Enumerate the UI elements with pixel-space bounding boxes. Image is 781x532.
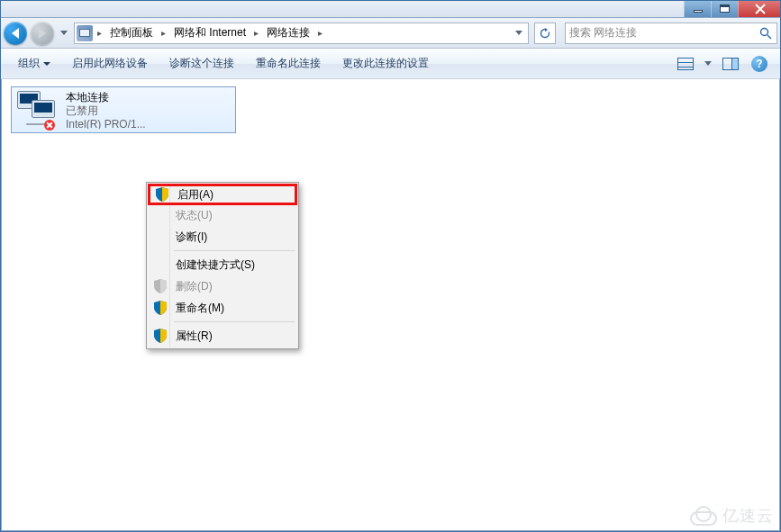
watermark: 亿速云: [686, 505, 774, 527]
breadcrumb-network-internet[interactable]: 网络和 Internet: [170, 25, 250, 41]
svg-line-1: [767, 35, 771, 39]
breadcrumb-network-connections[interactable]: 网络连接: [263, 25, 313, 41]
svg-point-0: [761, 28, 768, 35]
connection-device: Intel(R) PRO/1...: [66, 118, 146, 129]
arrow-left-icon: [12, 28, 19, 39]
context-menu: 启用(A) 状态(U) 诊断(I) 创建快捷方式(S) 删除(D) 重命名(M)…: [146, 182, 299, 349]
search-placeholder: 搜索 网络连接: [569, 25, 637, 41]
location-icon: [77, 25, 93, 41]
chevron-down-icon: [515, 31, 522, 35]
search-icon: [758, 26, 773, 41]
chevron-right-icon: ▸: [159, 28, 168, 38]
close-button[interactable]: [738, 0, 781, 17]
view-menu[interactable]: [675, 53, 696, 75]
context-create-shortcut[interactable]: 创建快捷方式(S): [149, 254, 296, 275]
maximize-button[interactable]: [711, 0, 738, 17]
window-titlebar: [0, 0, 781, 18]
context-diagnose[interactable]: 诊断(I): [149, 226, 296, 248]
arrow-right-icon: [39, 28, 46, 39]
view-dropdown[interactable]: [702, 52, 714, 76]
preview-pane-button[interactable]: [720, 53, 741, 75]
address-breadcrumb[interactable]: ▸ 控制面板 ▸ 网络和 Internet ▸ 网络连接 ▸: [74, 23, 529, 44]
network-adapter-icon: [17, 91, 59, 129]
help-icon: ?: [751, 56, 767, 72]
chevron-right-icon: ▸: [251, 28, 261, 38]
close-icon: [754, 3, 767, 15]
navigation-bar: ▸ 控制面板 ▸ 网络和 Internet ▸ 网络连接 ▸ 搜索 网络连接: [0, 18, 781, 49]
help-button[interactable]: ?: [749, 53, 770, 75]
refresh-icon: [539, 27, 551, 40]
shield-icon: [154, 301, 167, 315]
enable-device-button[interactable]: 启用此网络设备: [63, 52, 157, 75]
chevron-down-icon: [704, 61, 712, 66]
view-icon: [677, 58, 694, 70]
separator: [174, 321, 295, 322]
search-input[interactable]: 搜索 网络连接: [565, 23, 777, 44]
address-dropdown[interactable]: [512, 31, 526, 35]
minimize-button[interactable]: [684, 0, 711, 17]
watermark-text: 亿速云: [722, 505, 774, 527]
connection-status: 已禁用: [66, 104, 146, 118]
pane-icon: [722, 58, 739, 70]
connection-name: 本地连接: [66, 91, 146, 104]
refresh-button[interactable]: [534, 23, 556, 44]
maximize-icon: [720, 5, 730, 13]
chevron-right-icon: ▸: [95, 28, 104, 38]
organize-menu[interactable]: 组织: [9, 52, 59, 75]
cloud-icon: [686, 506, 717, 526]
content-area: 本地连接 已禁用 Intel(R) PRO/1... 启用(A) 状态(U) 诊…: [1, 79, 780, 531]
command-bar: 组织 启用此网络设备 诊断这个连接 重命名此连接 更改此连接的设置 ?: [0, 49, 781, 79]
network-connection-item[interactable]: 本地连接 已禁用 Intel(R) PRO/1...: [11, 86, 236, 133]
rename-button[interactable]: 重命名此连接: [247, 52, 330, 75]
minimize-icon: [694, 10, 703, 13]
shield-icon: [156, 187, 168, 202]
chevron-down-icon: [43, 62, 50, 66]
context-properties[interactable]: 属性(R): [149, 325, 296, 347]
history-dropdown[interactable]: [58, 22, 70, 45]
chevron-right-icon: ▸: [315, 28, 325, 38]
back-button[interactable]: [4, 22, 27, 45]
shield-icon: [154, 279, 167, 293]
breadcrumb-control-panel[interactable]: 控制面板: [106, 25, 157, 41]
context-status: 状态(U): [149, 204, 296, 226]
forward-button[interactable]: [31, 22, 54, 45]
context-rename[interactable]: 重命名(M): [149, 297, 296, 319]
chevron-down-icon: [60, 31, 68, 35]
context-delete: 删除(D): [149, 275, 296, 297]
disabled-badge-icon: [44, 120, 55, 131]
context-enable[interactable]: 启用(A): [148, 184, 297, 205]
separator: [174, 250, 295, 251]
diagnose-button[interactable]: 诊断这个连接: [160, 52, 243, 75]
shield-icon: [154, 329, 167, 343]
change-settings-button[interactable]: 更改此连接的设置: [333, 52, 438, 75]
